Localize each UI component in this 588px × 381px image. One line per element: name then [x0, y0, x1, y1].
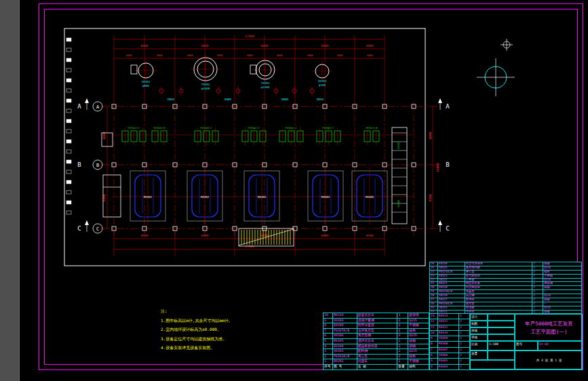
vessel-tag: R0302: [201, 195, 210, 199]
bom-cell: E0310: [438, 331, 459, 336]
bom-rows: 13 E0313 1 12 V0312 2 11 P0311 2 10 E031…: [430, 314, 470, 370]
axis-letter-b-left: B: [77, 161, 81, 168]
title-block-value: [488, 327, 515, 334]
table-row: 4 E0304 1: [430, 365, 470, 370]
bom-cell: P0308: [438, 342, 459, 347]
right-dimension-chain: 8600 9400 18000: [429, 106, 439, 228]
section-arrow-icon: [85, 98, 89, 103]
bom-cell: V0306: [438, 353, 459, 359]
bom-cell: V0303: [333, 349, 357, 355]
table-row: 7 P0307A/B 水环真空泵 2 铸铁: [324, 329, 429, 334]
table-row: 8 E0308 列管冷凝器 1 不锈钢: [324, 323, 429, 329]
bom-cell: 真空受槽: [357, 334, 398, 339]
bom-cell: 8: [324, 323, 333, 329]
bom-cell: E0304: [438, 365, 459, 370]
bottom-dimension-chain: 4500 6000 6000 6000 4500 27000: [114, 234, 385, 249]
north-symbol: [477, 58, 515, 96]
title-block-label: 制图: [470, 321, 488, 327]
pump-tag: P0305A~C: [285, 127, 296, 129]
bom-cell: Q235: [408, 349, 429, 355]
table-row: 9 V0309 滴加计量槽 2 Q235: [324, 319, 429, 324]
section-letter-a-right: A: [446, 103, 450, 110]
bom-cell: 7: [430, 348, 438, 353]
bom-cell: 2: [459, 342, 470, 347]
header-cell: 名 称: [357, 365, 398, 370]
table-row: 4 E0304 螺旋板换热器 1 碳钢: [324, 344, 429, 350]
bom-table-left-strip: 13 E0313 1 12 V0312 2 11 P0311 2 10 E031…: [429, 313, 470, 370]
bom-cell: P0307A/B: [333, 329, 357, 334]
title-block-value: [488, 334, 515, 341]
bom-cell: 10: [324, 313, 333, 319]
dim-label: 3000: [307, 54, 313, 57]
bom-cell: 铸铁: [408, 329, 429, 334]
section-arrow-icon: [438, 220, 442, 225]
bom-cell: 8: [430, 342, 438, 347]
dim-label: 3000: [366, 54, 373, 57]
section-arrow-icon: [85, 220, 89, 225]
title-block-label: 校核: [470, 327, 488, 334]
bom-cell: P0302A/B: [333, 355, 357, 360]
bom-cell: 7: [324, 329, 333, 334]
bom-cell: 列管冷凝器: [357, 323, 398, 329]
title-block-value: [488, 321, 515, 327]
pump-tags: P0301A~C P0302A~B P0303A~C P0304A~C P030…: [128, 127, 377, 129]
bom-cell: 9: [430, 336, 438, 342]
dim-label: 18000: [436, 163, 439, 172]
note-line: 1.图中标高以m计,其余尺寸均以mm计。: [161, 319, 249, 323]
bom-cell: 1: [397, 359, 408, 365]
table-row: 6 V0306 2: [430, 353, 470, 359]
bom-cell: 9: [324, 319, 333, 324]
bom-cell: 滴加计量槽: [357, 319, 398, 324]
table-row: 10 E0310 1: [430, 331, 470, 336]
top-dimension-chain: 27000 6000 6000 6000 6000 3000 3000 3000…: [114, 35, 385, 58]
bom-cell: 结晶釜: [357, 359, 398, 365]
pump-tag: P0306A~C: [322, 127, 334, 129]
notes-block: 注: 1.图中标高以m计,其余尺寸均以mm计。2.室内地坪设计标高为±0.000…: [161, 309, 249, 350]
equipment-tag: E0307: [397, 142, 400, 149]
scale-bar: [66, 38, 71, 214]
table-row: 13 E0313 1: [430, 314, 470, 319]
bom-cell: 10: [430, 331, 438, 336]
dim-label: 3000: [216, 54, 223, 57]
header-cell: 材料: [408, 365, 429, 370]
vessel-tag: R0304: [321, 195, 330, 199]
section-arrow-icon: [438, 98, 442, 103]
bom-table-right: 26 E0326 列管式冷凝器 1 碳钢 25 V0325 真空缓冲罐 1 Q2…: [429, 262, 582, 315]
bom-cell: E0304: [333, 344, 357, 350]
table-row: 12 V0312 2: [430, 319, 470, 325]
bom-cell: V0309: [333, 319, 357, 324]
bom-cell: E0313: [438, 314, 459, 319]
valve-tag: DN80: [281, 98, 289, 101]
scale-label: 比例: [470, 341, 488, 350]
stairs-hatch: [239, 228, 294, 246]
dim-label: 6000: [261, 44, 269, 47]
axis-lines: [102, 106, 439, 228]
dim-label: 27000: [245, 35, 254, 38]
bom-cell: 不锈钢: [408, 323, 429, 329]
datum-symbol: [501, 39, 513, 51]
bom-cell: 4: [324, 344, 333, 350]
bom-cell: 2: [397, 334, 408, 339]
table-row: 5 P0305 2: [430, 359, 470, 364]
title-block-label: 审核: [470, 334, 488, 341]
table-row: 10 R0310 搪瓷反应釜 1 搪玻璃: [324, 313, 429, 319]
bom-cell: 铸铁: [408, 355, 429, 360]
bom-cell: 4: [430, 365, 438, 370]
bom-cell: 1: [459, 331, 470, 336]
title-block-value: [488, 314, 515, 321]
bom-cell: E0308: [333, 323, 357, 329]
vessel-tag: R0301: [144, 195, 153, 199]
dim-label: 3000: [276, 54, 283, 57]
bom-cell: 水环真空泵: [357, 329, 398, 334]
stair-tower-tags: E0307 E0308: [397, 142, 400, 207]
column-markers: [112, 104, 416, 230]
dim-label: 3000: [366, 44, 374, 47]
bom-cell: 6: [430, 353, 438, 359]
table-row: 2 P0302A/B 离心泵 2 铸铁: [324, 355, 429, 360]
equipment-tag: T0302: [201, 83, 210, 86]
drawing-title: 年产5000吨工艺装置 工艺平面图(一): [515, 314, 583, 341]
bom-cell: 搪瓷反应釜: [357, 313, 398, 319]
bom-cell: 3: [324, 349, 333, 355]
bom-cell: 2: [459, 319, 470, 325]
bom-cell: 5: [430, 359, 438, 364]
